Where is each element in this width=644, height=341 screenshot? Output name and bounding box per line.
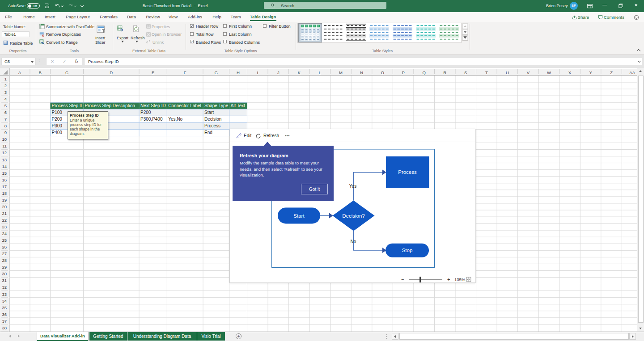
svg-text:32: 32: [2, 285, 7, 290]
svg-text:Shape Type: Shape Type: [204, 103, 229, 108]
svg-text:15: 15: [2, 171, 7, 176]
svg-text:T: T: [485, 70, 488, 75]
svg-text:31: 31: [2, 278, 7, 283]
svg-text:4: 4: [4, 97, 7, 101]
svg-text:Process Step Description: Process Step Description: [85, 103, 135, 108]
svg-text:O: O: [381, 70, 384, 75]
svg-text:Process Step ID: Process Step ID: [52, 103, 84, 108]
svg-text:Connector Label: Connector Label: [168, 103, 201, 108]
svg-text:3: 3: [4, 90, 7, 95]
svg-text:Y: Y: [589, 70, 592, 75]
svg-text:I: I: [257, 70, 258, 75]
svg-text:Z: Z: [610, 70, 613, 75]
svg-text:P400: P400: [52, 130, 63, 135]
svg-text:H: H: [237, 70, 240, 75]
svg-text:17: 17: [2, 184, 7, 189]
svg-text:P200: P200: [140, 110, 151, 115]
svg-text:X: X: [568, 70, 572, 75]
svg-text:8: 8: [4, 123, 7, 128]
svg-text:19: 19: [2, 198, 7, 202]
svg-text:N: N: [360, 70, 363, 75]
svg-text:K: K: [298, 70, 301, 75]
svg-text:J: J: [277, 70, 280, 75]
svg-text:33: 33: [2, 292, 7, 297]
svg-text:Next Step ID: Next Step ID: [140, 103, 166, 108]
svg-text:Start: Start: [293, 213, 305, 219]
svg-text:R: R: [443, 70, 446, 75]
svg-text:V: V: [527, 70, 530, 75]
svg-text:24: 24: [2, 231, 7, 236]
svg-text:37: 37: [2, 319, 7, 324]
svg-text:F: F: [184, 70, 186, 75]
svg-text:23: 23: [2, 224, 7, 229]
svg-text:22: 22: [2, 218, 7, 223]
svg-text:A: A: [18, 70, 21, 75]
svg-text:34: 34: [2, 299, 7, 303]
svg-text:P: P: [402, 70, 404, 75]
svg-text:30: 30: [2, 271, 7, 276]
svg-text:Process: Process: [204, 123, 220, 128]
svg-text:25: 25: [2, 238, 7, 243]
svg-text:9: 9: [4, 130, 7, 135]
svg-text:12: 12: [2, 150, 7, 155]
svg-text:27: 27: [2, 251, 7, 256]
svg-text:P200: P200: [52, 117, 63, 122]
svg-text:W: W: [547, 70, 551, 75]
svg-text:38: 38: [2, 325, 7, 330]
svg-text:18: 18: [2, 191, 7, 196]
svg-text:35: 35: [2, 305, 7, 310]
svg-text:Q: Q: [422, 70, 425, 75]
svg-text:21: 21: [2, 211, 7, 216]
svg-text:1: 1: [4, 76, 7, 81]
svg-text:U: U: [506, 70, 509, 75]
svg-text:S: S: [464, 70, 467, 75]
svg-text:E: E: [152, 70, 154, 75]
svg-text:Alt Text: Alt Text: [231, 103, 246, 108]
svg-text:Yes: Yes: [349, 184, 356, 189]
svg-text:D: D: [110, 70, 113, 75]
svg-text:Decision?: Decision?: [342, 213, 365, 219]
svg-text:Decision: Decision: [204, 117, 221, 122]
svg-text:P300: P300: [52, 123, 63, 128]
svg-text:2: 2: [4, 83, 7, 88]
svg-text:B: B: [39, 70, 42, 75]
svg-text:Start: Start: [204, 110, 214, 115]
svg-text:6: 6: [4, 110, 7, 115]
svg-text:26: 26: [2, 244, 7, 249]
svg-text:M: M: [339, 70, 343, 75]
svg-text:No: No: [351, 239, 356, 244]
svg-text:7: 7: [4, 117, 7, 122]
svg-text:P300,P400: P300,P400: [140, 117, 163, 122]
svg-text:11: 11: [2, 143, 7, 148]
svg-text:Yes,No: Yes,No: [168, 117, 182, 122]
svg-text:Process: Process: [398, 169, 417, 175]
svg-text:G: G: [215, 70, 218, 75]
svg-text:P100: P100: [52, 110, 63, 115]
svg-text:16: 16: [2, 177, 7, 182]
svg-text:36: 36: [2, 312, 7, 317]
svg-text:Stop: Stop: [402, 248, 413, 253]
svg-text:29: 29: [2, 265, 7, 269]
svg-text:L: L: [319, 70, 321, 75]
svg-text:5: 5: [4, 103, 7, 108]
svg-text:C: C: [65, 70, 68, 75]
svg-text:End: End: [204, 130, 212, 135]
svg-text:AA: AA: [629, 70, 635, 75]
svg-text:20: 20: [2, 204, 7, 209]
svg-text:28: 28: [2, 258, 7, 263]
svg-text:10: 10: [2, 137, 7, 142]
svg-text:14: 14: [2, 164, 7, 169]
svg-text:13: 13: [2, 157, 7, 162]
